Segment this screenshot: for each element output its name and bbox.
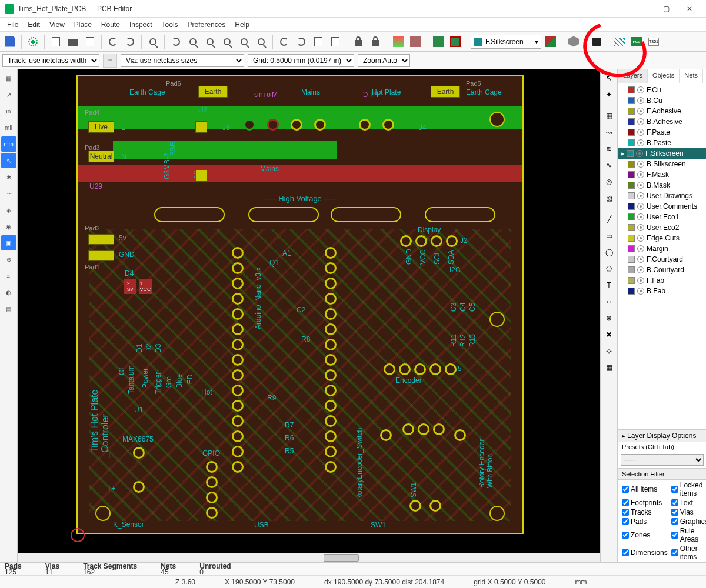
eye-icon[interactable] — [637, 118, 644, 125]
draw-circle-button[interactable]: ◯ — [601, 245, 617, 260]
layer-list[interactable]: F.CuB.CuF.AdhesiveB.AdhesiveF.PasteB.Pas… — [618, 83, 706, 298]
inches-button[interactable]: in — [1, 103, 16, 119]
redo-button[interactable] — [122, 34, 138, 49]
filter-pads[interactable]: Pads — [622, 517, 668, 526]
find-button[interactable] — [145, 34, 161, 49]
save-button[interactable] — [2, 34, 18, 49]
horizontal-scrollbar[interactable] — [18, 553, 600, 562]
unlock-button[interactable] — [368, 34, 383, 49]
filter-other[interactable]: Other items — [671, 544, 706, 561]
cursor-shape-button[interactable]: ↖ — [1, 153, 16, 168]
presets-select[interactable]: ----- — [621, 454, 704, 466]
layer-pair-button[interactable] — [543, 34, 558, 49]
via-outline-button[interactable]: ⊚ — [1, 252, 16, 267]
eye-icon[interactable] — [637, 171, 644, 178]
measure-button[interactable]: ⊹ — [601, 343, 617, 359]
eye-icon[interactable] — [637, 86, 644, 93]
layer-row-f-mask[interactable]: F.Mask — [618, 169, 706, 180]
menu-file[interactable]: File — [2, 19, 23, 31]
filter-rule-areas[interactable]: Rule Areas — [671, 527, 706, 543]
layer-row-b-courtyard[interactable]: B.Courtyard — [618, 265, 706, 275]
eye-icon[interactable] — [637, 129, 644, 136]
menu-preferences[interactable]: Preferences — [183, 19, 231, 31]
filter-dimensions[interactable]: Dimensions — [622, 544, 668, 561]
page-settings-button[interactable] — [48, 34, 64, 49]
minimize-button[interactable]: — — [631, 1, 654, 17]
polar-toggle-button[interactable]: ↗ — [1, 87, 16, 102]
draw-poly-button[interactable]: ⬠ — [601, 261, 617, 276]
zoom-out-button[interactable] — [202, 34, 218, 49]
pad-outline-button[interactable]: ▣ — [1, 235, 16, 250]
layer-row-b-silkscreen[interactable]: B.Silkscreen — [618, 159, 706, 169]
via-size-select[interactable]: Via: use netclass sizes — [121, 54, 244, 67]
menu-edit[interactable]: Edit — [23, 19, 45, 31]
layer-display-toggle[interactable]: ▸ Layer Display Options — [618, 429, 706, 442]
layer-row-b-adhesive[interactable]: B.Adhesive — [618, 116, 706, 127]
layer-row-f-fab[interactable]: F.Fab — [618, 275, 706, 286]
delete-button[interactable]: ✖ — [601, 327, 617, 342]
grid-select[interactable]: Grid: 0.5000 mm (0.0197 in) — [248, 54, 354, 67]
layer-manager-button[interactable]: ▤ — [1, 301, 16, 316]
place-zone-button[interactable]: ▧ — [601, 191, 617, 206]
zoom-in-button[interactable] — [185, 34, 201, 49]
menu-help[interactable]: Help — [230, 19, 254, 31]
eye-icon[interactable] — [637, 266, 644, 273]
zoom-obj-button[interactable] — [237, 34, 252, 49]
curved-ratsnest-button[interactable]: 〰 — [1, 186, 16, 201]
filter-graphics[interactable]: Graphics — [671, 517, 706, 526]
tune-length-button[interactable]: ∿ — [601, 158, 617, 173]
menu-view[interactable]: View — [45, 19, 69, 31]
eye-icon[interactable] — [637, 203, 644, 210]
eye-icon[interactable] — [637, 235, 644, 242]
maximize-button[interactable]: ▢ — [654, 1, 678, 17]
undo-button[interactable] — [105, 34, 121, 49]
layer-row-b-fab[interactable]: B.Fab — [618, 286, 706, 296]
menu-inspect[interactable]: Inspect — [125, 19, 157, 31]
eye-icon[interactable] — [637, 245, 644, 252]
eye-icon[interactable] — [637, 161, 644, 168]
eye-icon[interactable] — [637, 192, 644, 199]
draw-rect-button[interactable]: ▭ — [601, 228, 617, 243]
mm-button[interactable]: mm — [1, 136, 16, 152]
zoom-select[interactable]: Zoom Auto — [358, 54, 410, 67]
plot-button[interactable] — [82, 34, 98, 49]
tab-layers[interactable]: Layers — [618, 69, 648, 83]
eye-icon[interactable] — [637, 182, 644, 189]
plugin-pcbway-button[interactable]: PCB — [629, 34, 644, 49]
eye-icon[interactable] — [637, 256, 644, 263]
ratsnest-toggle-button[interactable]: ✱ — [1, 169, 16, 185]
layer-row-f-paste[interactable]: F.Paste — [618, 127, 706, 138]
lock-button[interactable] — [351, 34, 366, 49]
menu-tools[interactable]: Tools — [157, 19, 183, 31]
eye-icon[interactable] — [637, 277, 644, 284]
filter-all[interactable]: All items — [622, 481, 668, 497]
place-footprint-button[interactable]: ▦ — [601, 108, 617, 123]
menu-route[interactable]: Route — [96, 19, 125, 31]
update-from-sch-button[interactable] — [448, 34, 463, 49]
layer-row-b-paste[interactable]: B.Paste — [618, 138, 706, 148]
filter-footprints[interactable]: Footprints — [622, 499, 668, 507]
eye-icon[interactable] — [637, 213, 644, 220]
grid-origin-button[interactable]: ▦ — [601, 360, 617, 375]
mirror-h-button[interactable] — [328, 34, 343, 49]
scroll-thumb[interactable] — [324, 554, 359, 562]
track-outline-button[interactable]: ≡ — [1, 268, 16, 283]
highlight-net-button[interactable]: ✦ — [601, 87, 617, 102]
layer-row-f-cu[interactable]: F.Cu — [618, 85, 706, 95]
layer-row-edge-cuts[interactable]: Edge.Cuts — [618, 233, 706, 243]
route-diff-button[interactable]: ≋ — [601, 141, 617, 156]
eye-icon[interactable] — [637, 224, 644, 231]
layer-row-f-courtyard[interactable]: F.Courtyard — [618, 254, 706, 265]
layer-row-b-mask[interactable]: B.Mask — [618, 180, 706, 191]
scripting-button[interactable] — [589, 34, 604, 49]
eye-icon[interactable] — [636, 150, 643, 157]
drc-button[interactable] — [391, 34, 406, 49]
plugin-t301-button[interactable]: T301 — [646, 34, 661, 49]
inspector-button[interactable] — [408, 34, 423, 49]
set-origin-button[interactable]: ⊕ — [601, 310, 617, 326]
filter-zones[interactable]: Zones — [622, 527, 668, 543]
close-button[interactable]: ✕ — [678, 1, 701, 17]
plugin-dashboard-button[interactable] — [612, 34, 627, 49]
filter-text[interactable]: Text — [671, 499, 706, 507]
pcb-canvas[interactable]: Pad6 Earth Cage Pad5 Earth Cage Pad4 Pad… — [18, 69, 600, 553]
